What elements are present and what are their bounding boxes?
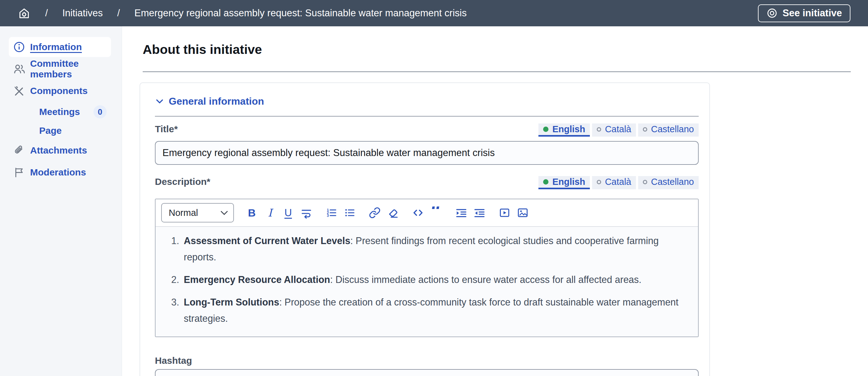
italic-icon[interactable]: I [261, 204, 279, 222]
sidebar-item-label: Attachments [30, 145, 87, 156]
chevron-down-icon [221, 211, 228, 215]
sidebar-item-components[interactable]: Components [9, 81, 111, 101]
underline-icon[interactable]: U [279, 204, 297, 222]
info-icon [13, 41, 25, 53]
translated-dot-icon [543, 179, 549, 184]
svg-text:3: 3 [327, 213, 329, 217]
tab-label: Castellano [651, 124, 694, 134]
tab-castellano[interactable]: Castellano [638, 124, 699, 137]
sidebar-item-label: Components [30, 86, 88, 96]
sidebar: Information Committee members [0, 26, 122, 376]
indent-decrease-icon[interactable] [470, 204, 489, 222]
image-icon[interactable] [514, 204, 532, 222]
breadcrumb: / Initiatives / Emergency regional assem… [18, 7, 758, 20]
sidebar-item-label: Meetings [39, 106, 80, 117]
untranslated-circle-icon [597, 180, 601, 184]
tab-castellano[interactable]: Castellano [638, 176, 699, 189]
eraser-icon[interactable] [384, 204, 402, 222]
eye-icon [766, 7, 778, 19]
users-icon [13, 63, 25, 75]
title-input[interactable] [155, 141, 699, 165]
breadcrumb-initiatives-link[interactable]: Initiatives [62, 7, 103, 19]
hashtag-label: Hashtag [155, 355, 699, 366]
paragraph-style-select[interactable]: Normal [161, 203, 234, 223]
title-divider [143, 71, 851, 72]
untranslated-circle-icon [643, 127, 647, 132]
sidebar-item-moderations[interactable]: Moderations [9, 162, 111, 182]
ordered-list-icon[interactable]: 1 2 3 [322, 204, 341, 222]
breadcrumb-separator: / [45, 7, 48, 19]
sidebar-item-label: Moderations [30, 167, 86, 178]
tab-label: Català [605, 124, 631, 134]
sidebar-item-label: Committee members [30, 58, 106, 79]
general-information-toggle[interactable]: General information [155, 96, 264, 107]
home-gear-icon[interactable] [18, 7, 31, 20]
section-divider [155, 116, 699, 116]
bold-icon[interactable]: B [243, 204, 261, 222]
list-item: Long-Term Solutions: Propose the creatio… [182, 294, 689, 327]
breadcrumb-current-page: Emergency regional assembly request: Sus… [134, 7, 467, 19]
tab-catala[interactable]: Català [592, 176, 636, 189]
general-information-card: General information Title* English Catal… [140, 82, 710, 376]
sidebar-item-meetings[interactable]: Meetings 0 [9, 103, 111, 121]
see-initiative-label: See initiative [782, 7, 842, 19]
description-label: Description* [155, 176, 210, 189]
tab-label: English [552, 124, 585, 134]
quote-icon[interactable]: “ [427, 204, 445, 222]
tab-label: Català [605, 177, 631, 187]
indent-increase-icon[interactable] [452, 204, 470, 222]
main-content: About this initiative General informatio… [122, 26, 868, 376]
breadcrumb-separator: / [117, 7, 120, 19]
untranslated-circle-icon [643, 180, 647, 184]
untranslated-circle-icon [597, 127, 601, 132]
paragraph-style-value: Normal [169, 208, 198, 218]
link-icon[interactable] [366, 204, 384, 222]
list-item: Assessment of Current Water Levels: Pres… [182, 233, 689, 265]
tools-icon [13, 85, 25, 97]
title-language-tabs: English Català Castellano [536, 124, 699, 137]
tab-english[interactable]: English [538, 176, 590, 189]
description-rich-text-editor: Normal B I U [155, 199, 699, 337]
editor-content[interactable]: Assessment of Current Water Levels: Pres… [156, 227, 698, 337]
meetings-count-badge: 0 [93, 105, 106, 118]
title-field-row: Title* English Català Castellano [155, 124, 699, 137]
flag-icon [13, 166, 25, 178]
unordered-list-icon[interactable] [341, 204, 359, 222]
tab-label: Castellano [651, 177, 694, 187]
tab-catala[interactable]: Català [592, 124, 636, 137]
text-wrap-icon[interactable] [297, 204, 315, 222]
title-label: Title* [155, 124, 178, 137]
video-icon[interactable] [495, 204, 514, 222]
sidebar-item-attachments[interactable]: Attachments [9, 140, 111, 161]
sidebar-item-page[interactable]: Page [9, 122, 111, 140]
sidebar-item-committee-members[interactable]: Committee members [9, 59, 111, 79]
editor-ordered-list: Assessment of Current Water Levels: Pres… [156, 233, 689, 327]
paperclip-icon [13, 144, 25, 156]
sidebar-item-information[interactable]: Information [9, 37, 111, 57]
see-initiative-button[interactable]: See initiative [758, 4, 850, 22]
top-navigation-bar: / Initiatives / Emergency regional assem… [0, 0, 868, 26]
description-field-row: Description* English Català Castellano [155, 176, 699, 189]
description-language-tabs: English Català Castellano [536, 176, 699, 189]
hashtag-input[interactable] [155, 369, 699, 376]
tab-label: English [552, 177, 585, 187]
editor-toolbar: Normal B I U [156, 199, 698, 227]
tab-english[interactable]: English [538, 124, 590, 137]
code-view-icon[interactable] [409, 204, 427, 222]
translated-dot-icon [543, 127, 549, 132]
page-title: About this initiative [143, 42, 851, 57]
chevron-down-icon [155, 97, 164, 106]
section-title: General information [169, 96, 264, 107]
list-item: Emergency Resource Allocation: Discuss i… [182, 271, 689, 288]
sidebar-item-label: Page [39, 125, 62, 136]
sidebar-item-label: Information [30, 42, 82, 52]
